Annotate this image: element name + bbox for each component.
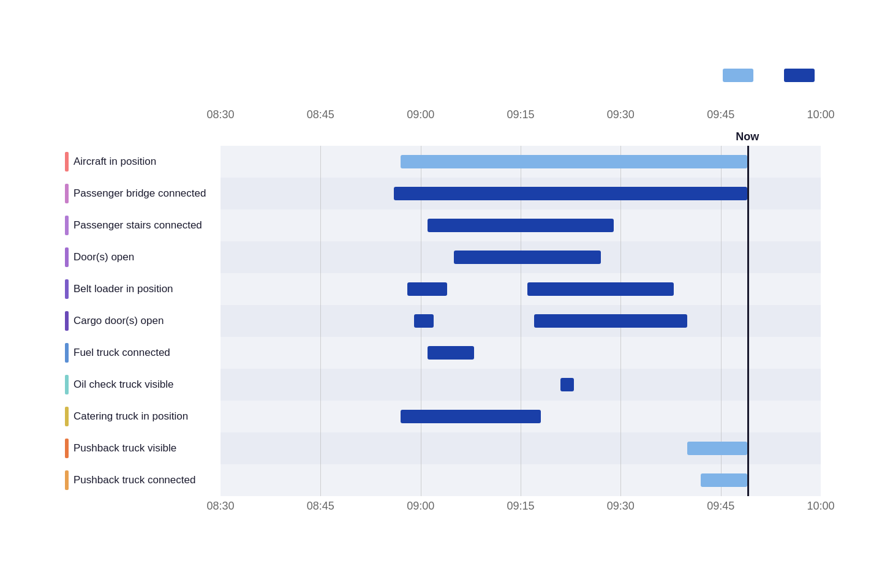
gantt-bar <box>534 314 687 328</box>
grid-line <box>620 337 621 369</box>
now-line <box>747 305 749 337</box>
bottom-time-label: 08:45 <box>307 500 334 513</box>
row-content <box>221 273 821 305</box>
activity-label-text: Passenger stairs connected <box>74 219 202 232</box>
activity-label-text: Passenger bridge connected <box>74 187 206 200</box>
grid-line <box>620 401 621 432</box>
bottom-time-label: 09:45 <box>707 500 734 513</box>
activity-color-bar <box>65 311 69 331</box>
table-row: Aircraft in position <box>61 146 821 178</box>
activity-label: Cargo door(s) open <box>61 305 221 337</box>
table-row: Pushback truck visible <box>61 432 821 464</box>
activity-color-bar <box>65 407 69 426</box>
activity-label: Oil check truck visible <box>61 369 221 401</box>
activity-label: Passenger stairs connected <box>61 209 221 241</box>
gantt-bar <box>407 282 447 296</box>
grid-line <box>320 401 321 432</box>
activity-label: Fuel truck connected <box>61 337 221 369</box>
gantt-bar <box>701 473 747 487</box>
activity-label-text: Belt loader in position <box>74 283 173 295</box>
grid-line <box>521 305 521 337</box>
grid-line <box>721 369 722 401</box>
activity-color-bar <box>65 375 69 394</box>
now-line <box>747 401 749 432</box>
table-row: Cargo door(s) open <box>61 305 821 337</box>
top-time-label: 09:00 <box>407 108 434 121</box>
gantt-bar <box>428 346 474 360</box>
activity-label-text: Pushback truck connected <box>74 474 195 486</box>
bottom-axis-row: 08:3008:4509:0009:1509:3009:4510:00 <box>61 497 821 519</box>
grid-line <box>320 305 321 337</box>
now-line <box>747 146 749 178</box>
row-content <box>221 464 821 496</box>
grid-line <box>320 369 321 401</box>
grid-line <box>421 432 421 464</box>
gantt-bar <box>428 219 614 232</box>
top-time-label: 08:45 <box>307 108 334 121</box>
activity-label: Belt loader in position <box>61 273 221 305</box>
gantt-column-header: Now <box>221 124 821 146</box>
activity-color-bar <box>65 470 69 490</box>
activity-label: Door(s) open <box>61 241 221 273</box>
activity-label: Passenger bridge connected <box>61 178 221 209</box>
gantt-wrapper: 08:3008:4509:0009:1509:3009:4510:00 Now … <box>61 102 821 519</box>
legend <box>723 69 821 82</box>
gantt-bar <box>687 442 747 455</box>
bottom-time-label: 09:00 <box>407 500 434 513</box>
now-line <box>747 209 749 241</box>
legend-finished-swatch <box>784 69 815 82</box>
grid-line <box>320 178 321 209</box>
activity-color-bar <box>65 216 69 235</box>
bottom-time-label: 08:30 <box>206 500 234 513</box>
activity-label-text: Catering truck in position <box>74 410 188 423</box>
activity-label: Pushback truck connected <box>61 464 221 496</box>
chart-container: 08:3008:4509:0009:1509:3009:4510:00 Now … <box>31 44 851 544</box>
now-line <box>747 241 749 273</box>
grid-line <box>721 209 722 241</box>
grid-line <box>721 241 722 273</box>
grid-line <box>320 432 321 464</box>
gantt-bar <box>560 378 574 391</box>
activity-color-bar <box>65 343 69 363</box>
activity-label-text: Door(s) open <box>74 251 134 263</box>
now-line <box>747 178 749 209</box>
grid-line <box>421 337 421 369</box>
activity-color-bar <box>65 152 69 172</box>
table-row: Passenger bridge connected <box>61 178 821 209</box>
grid-line <box>521 337 521 369</box>
activity-label-text: Aircraft in position <box>74 156 156 168</box>
top-time-label: 10:00 <box>807 108 834 121</box>
table-row: Catering truck in position <box>61 401 821 432</box>
grid-line <box>721 401 722 432</box>
gantt-bar <box>527 282 674 296</box>
grid-line <box>721 305 722 337</box>
grid-line <box>421 241 421 273</box>
activity-label: Aircraft in position <box>61 146 221 178</box>
now-line <box>747 337 749 369</box>
row-content <box>221 305 821 337</box>
now-line <box>747 273 749 305</box>
table-row: Fuel truck connected <box>61 337 821 369</box>
activity-label: Catering truck in position <box>61 401 221 432</box>
now-line <box>747 464 749 496</box>
row-content <box>221 337 821 369</box>
row-content <box>221 432 821 464</box>
top-time-label: 09:45 <box>707 108 734 121</box>
grid-line <box>320 337 321 369</box>
grid-line <box>521 273 521 305</box>
bottom-time-labels: 08:3008:4509:0009:1509:3009:4510:00 <box>221 497 821 519</box>
activity-color-bar <box>65 247 69 267</box>
grid-line <box>620 369 621 401</box>
grid-line <box>521 464 521 496</box>
activity-color-bar <box>65 279 69 299</box>
table-row: Pushback truck connected <box>61 464 821 496</box>
grid-line <box>421 369 421 401</box>
activity-color-bar <box>65 184 69 203</box>
activity-label: Pushback truck visible <box>61 432 221 464</box>
gantt-bar <box>401 155 747 168</box>
top-axis-row: 08:3008:4509:0009:1509:3009:4510:00 <box>61 102 821 124</box>
chart-area: 08:3008:4509:0009:1509:3009:4510:00 Now … <box>61 100 821 519</box>
row-content <box>221 209 821 241</box>
table-row: Belt loader in position <box>61 273 821 305</box>
now-line <box>747 432 749 464</box>
